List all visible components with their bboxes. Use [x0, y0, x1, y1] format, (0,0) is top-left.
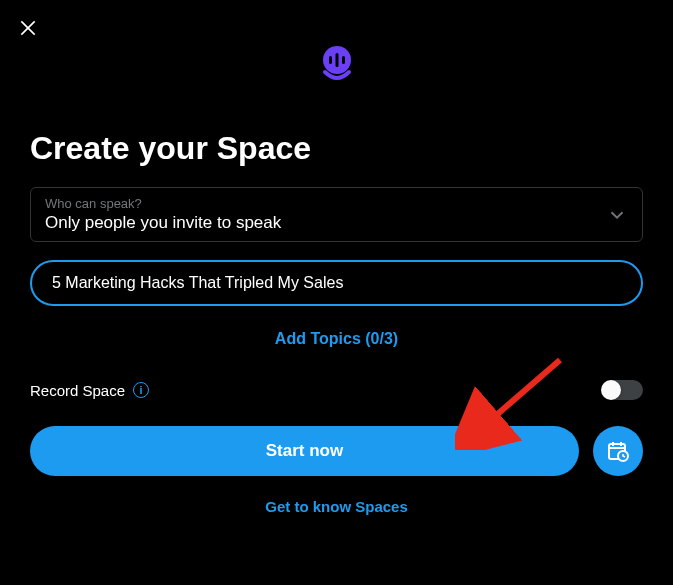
schedule-button[interactable]: [593, 426, 643, 476]
get-to-know-spaces-link[interactable]: Get to know Spaces: [30, 498, 643, 515]
chevron-down-icon: [606, 204, 628, 226]
record-space-row: Record Space i: [30, 380, 643, 400]
speaker-permission-dropdown[interactable]: Who can speak? Only people you invite to…: [30, 187, 643, 242]
toggle-knob: [601, 380, 621, 400]
svg-rect-3: [329, 56, 332, 64]
dropdown-label: Who can speak?: [45, 196, 281, 211]
info-icon[interactable]: i: [133, 382, 149, 398]
add-topics-button[interactable]: Add Topics (0/3): [30, 330, 643, 348]
calendar-clock-icon: [606, 439, 630, 463]
close-button[interactable]: [18, 18, 38, 42]
svg-rect-4: [335, 53, 338, 67]
record-space-label: Record Space: [30, 382, 125, 399]
svg-rect-5: [342, 56, 345, 64]
dropdown-value: Only people you invite to speak: [45, 213, 281, 233]
record-space-toggle[interactable]: [603, 380, 643, 400]
close-icon: [18, 18, 38, 38]
space-name-field[interactable]: [30, 260, 643, 306]
start-now-button[interactable]: Start now: [30, 426, 579, 476]
page-title: Create your Space: [30, 130, 643, 167]
space-name-input[interactable]: [52, 274, 621, 292]
spaces-logo: [315, 42, 359, 90]
